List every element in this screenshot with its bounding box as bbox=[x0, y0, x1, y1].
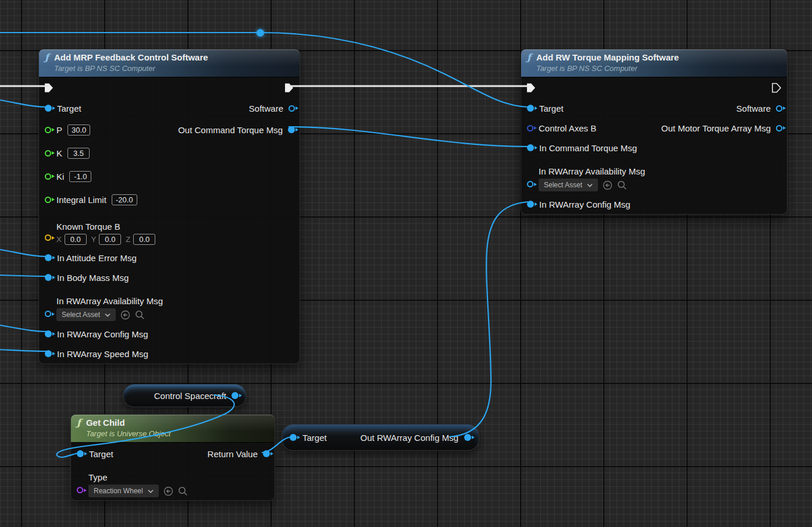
wire-getter-to-rw-config[interactable] bbox=[449, 202, 528, 437]
pin-label: Integral Limit bbox=[56, 195, 106, 205]
exec-in-pin[interactable] bbox=[526, 83, 536, 93]
pin-label: In RWArray Speed Msg bbox=[57, 349, 148, 359]
pin-integral-limit[interactable] bbox=[45, 197, 51, 203]
value-input-p[interactable]: 30.0 bbox=[67, 124, 90, 136]
browse-asset-icon[interactable] bbox=[135, 310, 145, 320]
pin-out-motor-torque-array-msg[interactable] bbox=[776, 125, 782, 131]
pin-row-in-body-mass-msg: In Body Mass Msg bbox=[45, 268, 178, 287]
pin-k[interactable] bbox=[45, 150, 51, 156]
value-input-k[interactable]: 3.5 bbox=[67, 148, 90, 159]
node-add-mrp-feedback-control-software[interactable]: ƒ Add MRP Feedback Control Software Targ… bbox=[38, 49, 300, 364]
pin-label: P bbox=[56, 125, 62, 135]
pin-row-in-rwarray-speed-msg: In RWArray Speed Msg bbox=[45, 344, 178, 364]
chevron-down-icon[interactable] bbox=[148, 489, 154, 493]
pin-in-rwarray-config-msg[interactable] bbox=[45, 330, 52, 337]
pin-label: In RWArray Availability Msg bbox=[56, 296, 163, 306]
pin-target[interactable] bbox=[77, 450, 84, 457]
node-get-child[interactable]: ƒ Get Child Target is Universe Object Ta… bbox=[70, 414, 275, 501]
pin-in-rwarray-availability-msg[interactable] bbox=[527, 181, 533, 187]
pin-in-rwarray-speed-msg[interactable] bbox=[45, 350, 52, 357]
pin-label: Target bbox=[539, 104, 564, 113]
pin-software[interactable] bbox=[776, 105, 782, 112]
browse-asset-icon[interactable] bbox=[178, 486, 188, 496]
pin-label: Target bbox=[57, 104, 81, 113]
pin-row-p: P30.0 bbox=[45, 118, 178, 141]
pin-label: Ki bbox=[56, 172, 64, 181]
axis-label-z: Z bbox=[126, 235, 130, 244]
pin-target[interactable] bbox=[45, 105, 52, 112]
pin-control-spacecraft-out[interactable] bbox=[232, 392, 238, 399]
exec-out-pin[interactable] bbox=[284, 83, 294, 93]
pin-label: Return Value bbox=[208, 449, 258, 459]
node-add-rw-torque-mapping-software[interactable]: ƒ Add RW Torque Mapping Software Target … bbox=[521, 49, 788, 215]
pin-out-rwarray-config-msg[interactable] bbox=[464, 434, 471, 441]
pin-row-known-torque-b: Known Torque BX0.0Y0.0Z0.0 bbox=[45, 211, 178, 248]
axis-label-y: Y bbox=[91, 235, 97, 244]
pin-label: Target bbox=[302, 433, 327, 443]
pin-row-type: TypeReaction Wheel bbox=[77, 464, 208, 500]
blueprint-canvas[interactable]: ƒ Add MRP Feedback Control Software Targ… bbox=[0, 0, 812, 527]
pin-label: Control Axes B bbox=[539, 123, 596, 133]
pin-in-body-mass-msg[interactable] bbox=[45, 274, 52, 281]
asset-select-dropdown[interactable]: Reaction Wheel bbox=[88, 485, 159, 497]
chevron-down-icon[interactable] bbox=[105, 313, 111, 317]
pin-target[interactable] bbox=[527, 105, 534, 112]
pin-row-out-command-torque-msg: Out Command Torque Msg bbox=[178, 118, 295, 141]
value-input-x[interactable]: 0.0 bbox=[65, 234, 87, 245]
pin-row-in-rwarray-config-msg: In RWArray Config Msg bbox=[527, 194, 661, 214]
pin-software[interactable] bbox=[289, 105, 295, 112]
node-header[interactable]: ƒ Get Child Target is Universe Object bbox=[71, 415, 275, 443]
node-subtitle: Target is BP NS SC Computer bbox=[54, 64, 208, 73]
exec-in-pin[interactable] bbox=[44, 83, 54, 93]
pin-known-torque-b[interactable] bbox=[45, 234, 51, 241]
pin-label: Software bbox=[249, 104, 283, 113]
reroute-node[interactable] bbox=[257, 29, 264, 37]
use-selected-asset-icon[interactable] bbox=[603, 180, 612, 190]
pin-control-axes-b[interactable] bbox=[527, 125, 533, 131]
pin-row-in-command-torque-msg: In Command Torque Msg bbox=[527, 138, 661, 158]
pin-row-control-axes-b: Control Axes B bbox=[527, 118, 661, 138]
exec-out-pin[interactable] bbox=[772, 83, 782, 93]
value-input-y[interactable]: 0.0 bbox=[99, 234, 121, 245]
pin-ki[interactable] bbox=[45, 173, 51, 180]
pin-label: Type bbox=[88, 472, 188, 482]
pin-in-rwarray-availability-msg[interactable] bbox=[45, 311, 51, 317]
axis-label-x: X bbox=[56, 235, 62, 244]
pin-row-integral-limit: Integral Limit-20.0 bbox=[45, 188, 178, 211]
node-control-spacecraft-variable[interactable]: Control Spacecraft bbox=[123, 384, 247, 407]
pin-row-target: Target bbox=[77, 444, 208, 464]
node-title: Add MRP Feedback Control Software bbox=[54, 52, 208, 63]
asset-select-dropdown[interactable]: Select Asset bbox=[56, 308, 116, 321]
node-get-out-rwarray-config-msg[interactable]: Target Out RWArray Config Msg bbox=[282, 424, 479, 451]
pin-in-command-torque-msg[interactable] bbox=[527, 144, 534, 151]
pin-out-command-torque-msg[interactable] bbox=[288, 126, 295, 133]
value-input-z[interactable]: 0.0 bbox=[133, 234, 155, 245]
use-selected-asset-icon[interactable] bbox=[120, 310, 130, 320]
pin-label: Out Command Torque Msg bbox=[178, 125, 283, 135]
pin-in-rwarray-config-msg[interactable] bbox=[527, 201, 534, 208]
use-selected-asset-icon[interactable] bbox=[163, 486, 173, 496]
pin-p[interactable] bbox=[45, 127, 51, 133]
wire-command-torque[interactable] bbox=[289, 127, 528, 147]
node-title: Add RW Torque Mapping Software bbox=[536, 52, 679, 63]
pin-target-in[interactable] bbox=[290, 434, 297, 441]
asset-select-dropdown[interactable]: Select Asset bbox=[539, 179, 598, 191]
chevron-down-icon[interactable] bbox=[587, 183, 593, 187]
pin-label: Out Motor Torque Array Msg bbox=[661, 123, 771, 133]
node-header[interactable]: ƒ Add MRP Feedback Control Software Targ… bbox=[39, 49, 300, 77]
pin-row-in-rwarray-config-msg: In RWArray Config Msg bbox=[45, 324, 178, 344]
value-input-ki[interactable]: -1.0 bbox=[69, 171, 91, 182]
pin-row-ki: Ki-1.0 bbox=[45, 165, 178, 188]
pin-type[interactable] bbox=[77, 487, 83, 493]
pin-label: In RWArray Config Msg bbox=[539, 200, 631, 209]
browse-asset-icon[interactable] bbox=[617, 180, 627, 190]
pin-return-value[interactable] bbox=[263, 450, 270, 457]
node-subtitle: Target is BP NS SC Computer bbox=[536, 64, 679, 73]
pin-label: Software bbox=[736, 104, 771, 113]
node-header[interactable]: ƒ Add RW Torque Mapping Software Target … bbox=[521, 49, 787, 77]
pin-row-k: K3.5 bbox=[45, 141, 178, 165]
pin-row-software: Software bbox=[661, 98, 782, 118]
value-input-integral-limit[interactable]: -20.0 bbox=[112, 194, 137, 205]
pin-in-attitude-error-msg[interactable] bbox=[45, 254, 52, 261]
dropdown-value: Reaction Wheel bbox=[94, 487, 143, 495]
